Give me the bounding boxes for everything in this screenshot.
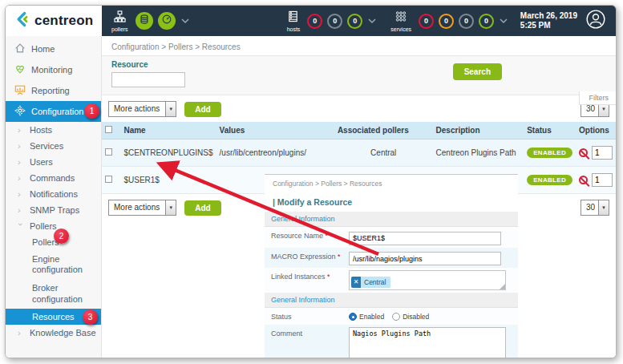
sidebar-item-knowledge-base[interactable]: › Knowledge Base [6, 325, 101, 341]
chevron-right-icon: › [18, 328, 24, 338]
sidebar-item-label: Users [30, 157, 53, 167]
services-ok-counter[interactable]: 0 [479, 14, 494, 29]
more-actions-select[interactable]: More actions ▼ [108, 101, 176, 117]
add-button[interactable]: Add [184, 200, 220, 216]
per-page-select[interactable]: 30 ▼ [581, 200, 609, 216]
hosts-down-counter[interactable]: 0 [307, 14, 322, 29]
chevron-right-icon: › [18, 189, 24, 199]
form-row-status: Status Enabled Disabled [265, 308, 518, 325]
comment-textarea[interactable]: Nagios Plugins Path [349, 327, 506, 358]
macro-expression-input[interactable] [349, 252, 501, 265]
sidebar-item-label: Knowledge Base [30, 328, 96, 338]
remove-chip-icon[interactable]: ✕ [351, 277, 361, 288]
user-menu-button[interactable] [585, 9, 606, 33]
services-status-button[interactable]: services [390, 10, 411, 32]
chevron-down-icon: › [16, 223, 26, 229]
centreon-logo[interactable]: centreon [6, 6, 102, 36]
column-header-values: Values [216, 122, 334, 140]
duplicate-count-input[interactable] [592, 173, 613, 187]
sidebar-item-hosts[interactable]: › Hosts [6, 122, 101, 138]
select-arrow-icon: ▼ [165, 102, 176, 116]
user-icon [585, 18, 606, 32]
sidebar-item-label: Resources [32, 312, 75, 322]
sidebar-item-broker-configuration[interactable]: Broker configuration [6, 279, 101, 308]
sidebar-item-monitoring[interactable]: Monitoring [6, 59, 101, 80]
pollers-label: pollers [111, 26, 128, 32]
instance-chip: ✕ Central [351, 277, 390, 288]
pollers-status-button[interactable]: pollers [111, 10, 128, 32]
sidebar-item-reporting[interactable]: Reporting [6, 80, 101, 101]
sidebar-item-label: Broker configuration [32, 283, 80, 304]
resource-name-input[interactable] [349, 232, 501, 245]
section-general-information: General Information [265, 293, 518, 308]
status-enabled-radio[interactable] [349, 313, 357, 321]
sidebar-item-commands[interactable]: › Commands [6, 170, 101, 186]
monitoring-icon [14, 63, 26, 76]
database-icon [139, 14, 150, 28]
modal-title: | Modify a Resource [265, 191, 518, 212]
chevron-right-icon: › [18, 157, 24, 167]
hosts-status-button[interactable]: hosts [287, 10, 301, 32]
sidebar-item-pollers[interactable]: › Pollers 2 [6, 218, 101, 234]
column-header-status: Status [524, 122, 576, 140]
resource-filter-label: Resource [111, 60, 608, 69]
cell-description: Centreon Plugins Path [433, 140, 524, 167]
duplicate-count-input[interactable] [592, 146, 613, 160]
cell-name[interactable]: $USER1$ [120, 167, 216, 194]
resize-handle-icon[interactable] [500, 284, 505, 289]
chevron-down-icon[interactable] [368, 18, 376, 24]
services-icon [394, 10, 407, 26]
hosts-up-counter[interactable]: 0 [347, 14, 362, 29]
sidebar-item-home[interactable]: Home [6, 38, 101, 59]
sidebar-item-services[interactable]: › Services [6, 138, 101, 154]
sidebar-item-label: Home [31, 44, 55, 54]
chevron-down-icon[interactable] [500, 18, 508, 24]
hosts-unreachable-counter[interactable]: 0 [327, 14, 342, 29]
disable-icon[interactable] [579, 148, 588, 157]
row-checkbox[interactable] [105, 176, 112, 183]
sidebar-item-resources[interactable]: Resources 3 [6, 309, 101, 325]
resource-name-label: Resource Name * [265, 227, 349, 244]
filter-band: Resource Search [102, 55, 616, 95]
chevron-right-icon: › [18, 141, 24, 151]
pollers-status-group: pollers [111, 10, 192, 32]
add-button[interactable]: Add [184, 102, 220, 117]
top-header: centreon pollers [6, 6, 616, 36]
sidebar-item-engine-configuration[interactable]: Engine configuration [6, 250, 101, 279]
services-unknown-counter[interactable]: 0 [459, 14, 474, 29]
services-status-group: services 0 0 0 0 [390, 10, 511, 32]
filters-toggle[interactable]: Filters [579, 91, 617, 105]
latency-status-button[interactable] [158, 12, 176, 30]
services-label: services [390, 26, 411, 32]
brand-chevron-icon [15, 11, 31, 30]
database-status-button[interactable] [136, 12, 153, 30]
disabled-label: Disabled [403, 313, 429, 321]
column-header-description: Description [433, 122, 524, 140]
sidebar-item-configuration[interactable]: Configuration 1 [6, 101, 101, 122]
home-icon [14, 42, 26, 55]
column-header-name: Name [120, 122, 216, 140]
cell-name[interactable]: $CENTREONPLUGINS$ [120, 140, 216, 167]
disable-icon[interactable] [579, 176, 588, 184]
services-warning-counter[interactable]: 0 [439, 14, 454, 29]
sidebar-item-users[interactable]: › Users [6, 154, 101, 170]
status-topbar: pollers [102, 6, 616, 36]
search-button[interactable]: Search [453, 63, 502, 80]
services-critical-counter[interactable]: 0 [419, 14, 434, 29]
macro-expression-label: MACRO Expression * [265, 248, 349, 265]
row-checkbox[interactable] [105, 148, 112, 156]
sidebar-item-notifications[interactable]: › Notifications [6, 186, 101, 202]
sidebar-item-label: SNMP Traps [30, 205, 79, 215]
select-all-checkbox[interactable] [105, 126, 112, 133]
form-row-resource-name: Resource Name * [265, 227, 518, 248]
status-badge: ENABLED [527, 175, 572, 185]
sidebar-item-label: Engine configuration [32, 254, 80, 275]
linked-instances-input[interactable]: ✕ Central [349, 270, 506, 290]
chevron-down-icon[interactable] [181, 18, 189, 24]
more-actions-select[interactable]: More actions ▼ [108, 200, 176, 216]
status-disabled-radio[interactable] [392, 313, 400, 321]
form-row-linked-instances: Linked Instances * ✕ Central [265, 268, 518, 293]
resource-search-input[interactable] [111, 72, 185, 87]
sidebar-item-snmp-traps[interactable]: › SNMP Traps [6, 202, 101, 218]
current-date: March 26, 2019 [520, 11, 577, 22]
